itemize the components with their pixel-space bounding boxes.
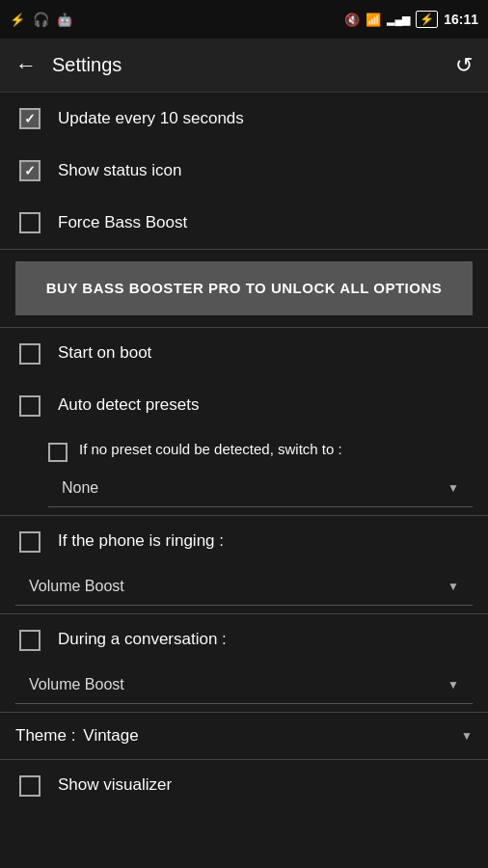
phone-ringing-checkbox[interactable] — [19, 531, 41, 553]
phone-ringing-arrow-icon: ▼ — [447, 580, 459, 593]
start-on-boot-item[interactable]: Start on boot — [0, 328, 488, 380]
buy-button-container: BUY BASS BOOSTER PRO TO UNLOCK ALL OPTIO… — [0, 250, 488, 327]
show-visualizer-label: Show visualizer — [58, 774, 172, 796]
theme-arrow-icon: ▼ — [461, 729, 473, 743]
phone-ringing-label: If the phone is ringing : — [58, 530, 224, 552]
settings-content: Update every 10 seconds Show status icon… — [0, 93, 488, 868]
wifi-icon: 📶 — [366, 13, 381, 27]
auto-detect-presets-item[interactable]: Auto detect presets — [0, 380, 488, 432]
no-preset-checkbox[interactable] — [48, 443, 68, 462]
show-status-icon-label: Show status icon — [58, 160, 182, 181]
phone-ringing-item[interactable]: If the phone is ringing : — [0, 516, 488, 568]
no-preset-dropdown[interactable]: None ▼ — [48, 470, 473, 507]
during-conversation-checkbox-wrapper[interactable] — [15, 626, 44, 655]
toolbar: ← Settings ↺ — [0, 39, 488, 93]
signal-icon: ▂▄▆ — [387, 14, 410, 26]
start-on-boot-checkbox[interactable] — [19, 343, 41, 365]
auto-detect-presets-checkbox-wrapper[interactable] — [15, 392, 44, 420]
force-bass-boost-checkbox[interactable] — [19, 212, 41, 233]
no-preset-item[interactable]: If no preset could be detected, switch t… — [0, 432, 488, 515]
show-status-icon-checkbox[interactable] — [19, 160, 41, 181]
no-preset-arrow-icon: ▼ — [447, 481, 459, 495]
theme-label: Theme : — [15, 726, 75, 746]
during-conversation-label: During a conversation : — [58, 629, 227, 650]
show-status-icon-checkbox-wrapper[interactable] — [15, 156, 44, 185]
update-every-checkbox-wrapper[interactable] — [15, 104, 44, 133]
auto-detect-presets-checkbox[interactable] — [19, 395, 41, 417]
update-every-checkbox[interactable] — [19, 108, 41, 129]
status-bar-right-icons: 🔇 📶 ▂▄▆ ⚡ 16:11 — [344, 11, 478, 28]
start-on-boot-checkbox-wrapper[interactable] — [15, 339, 44, 368]
buy-button[interactable]: BUY BASS BOOSTER PRO TO UNLOCK ALL OPTIO… — [15, 261, 473, 315]
no-preset-value: None — [62, 479, 98, 497]
update-every-item[interactable]: Update every 10 seconds — [0, 93, 488, 145]
during-conversation-arrow-icon: ▼ — [447, 678, 459, 692]
show-status-icon-item[interactable]: Show status icon — [0, 145, 488, 197]
usb-icon: ⚡ — [10, 13, 25, 27]
show-visualizer-item[interactable]: Show visualizer — [0, 760, 488, 812]
force-bass-boost-checkbox-wrapper[interactable] — [15, 208, 44, 237]
during-conversation-dropdown[interactable]: Volume Boost ▼ — [15, 666, 473, 704]
no-preset-label: If no preset could be detected, switch t… — [79, 440, 342, 459]
start-on-boot-label: Start on boot — [58, 342, 151, 364]
theme-value: Vintage — [83, 726, 461, 746]
show-visualizer-checkbox-wrapper[interactable] — [15, 772, 44, 800]
force-bass-boost-label: Force Bass Boost — [58, 212, 187, 233]
phone-ringing-checkbox-wrapper[interactable] — [15, 528, 44, 556]
auto-detect-presets-label: Auto detect presets — [58, 394, 199, 416]
phone-ringing-dropdown[interactable]: Volume Boost ▼ — [15, 568, 473, 606]
refresh-button[interactable]: ↺ — [455, 53, 473, 78]
during-conversation-checkbox[interactable] — [19, 630, 41, 651]
battery-icon: ⚡ — [416, 11, 438, 28]
mute-icon: 🔇 — [344, 13, 360, 27]
update-every-label: Update every 10 seconds — [58, 108, 244, 129]
status-bar-left-icons: ⚡ 🎧 🤖 — [10, 12, 72, 27]
android-icon: 🤖 — [57, 13, 72, 27]
show-visualizer-checkbox[interactable] — [19, 775, 41, 797]
during-conversation-value: Volume Boost — [29, 676, 124, 693]
phone-ringing-value: Volume Boost — [29, 578, 124, 595]
page-title: Settings — [52, 54, 455, 76]
status-bar: ⚡ 🎧 🤖 🔇 📶 ▂▄▆ ⚡ 16:11 — [0, 0, 488, 39]
back-button[interactable]: ← — [15, 53, 37, 78]
headphones-icon: 🎧 — [33, 12, 49, 27]
during-conversation-item[interactable]: During a conversation : — [0, 614, 488, 666]
theme-item[interactable]: Theme : Vintage ▼ — [0, 713, 488, 760]
clock: 16:11 — [444, 12, 478, 27]
force-bass-boost-item[interactable]: Force Bass Boost — [0, 197, 488, 249]
